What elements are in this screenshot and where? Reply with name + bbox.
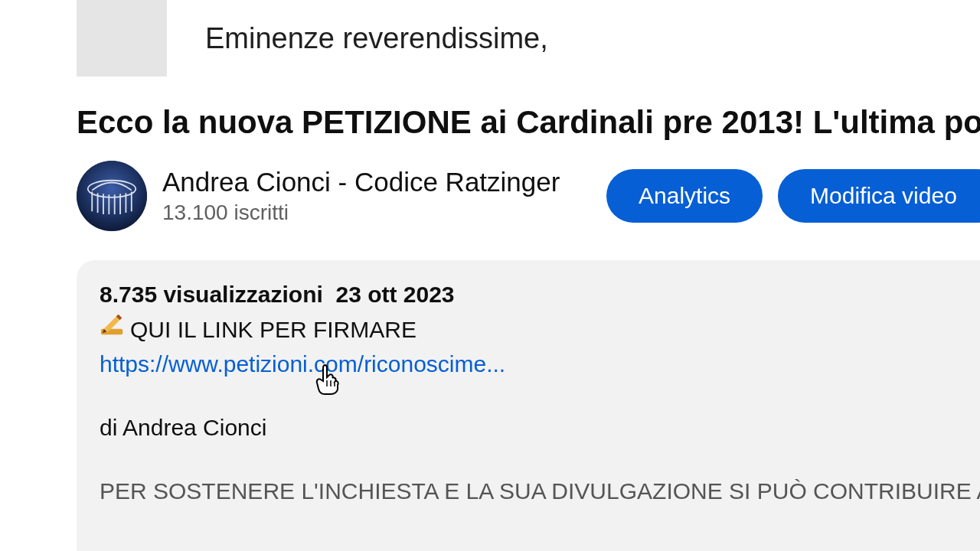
support-line: PER SOSTENERE L'INCHIESTA E LA SUA DIVUL… [100,474,957,508]
edit-video-button[interactable]: Modifica video [778,169,980,223]
sign-line: QUI IL LINK PER FIRMARE [100,311,957,347]
avatar-icon [77,161,147,231]
channel-text-block: Andrea Cionci - Codice Ratzinger 13.100 … [162,167,591,225]
sign-label: QUI IL LINK PER FIRMARE [130,312,416,347]
channel-name[interactable]: Andrea Cionci - Codice Ratzinger [162,167,591,197]
petition-link[interactable]: https://www.petizioni.com/riconoscime... [100,351,505,377]
channel-avatar[interactable] [77,161,147,231]
author-line: di Andrea Cionci [100,410,957,445]
svg-point-0 [77,161,147,231]
video-stats: 8.735 visualizzazioni 23 ott 2023 [100,277,957,311]
description-box[interactable]: 8.735 visualizzazioni 23 ott 2023 QUI IL… [77,260,980,551]
writing-hand-icon [100,311,126,347]
video-title: Ecco la nuova PETIZIONE ai Cardinali pre… [77,104,980,141]
player-end-row: Eminenze reverendissime, [77,0,548,77]
petition-link-line: https://www.petizioni.com/riconoscime... [100,347,957,381]
video-page-root: Eminenze reverendissime, Ecco la nuova P… [0,0,980,551]
video-thumbnail-placeholder [77,0,167,77]
upload-date: 23 ott 2023 [335,282,454,307]
video-caption-text: Eminenze reverendissime, [205,21,548,57]
view-count: 8.735 visualizzazioni [100,282,323,307]
channel-row: Andrea Cionci - Codice Ratzinger 13.100 … [77,159,980,233]
analytics-button[interactable]: Analytics [606,169,763,223]
subscriber-count: 13.100 iscritti [162,201,591,225]
